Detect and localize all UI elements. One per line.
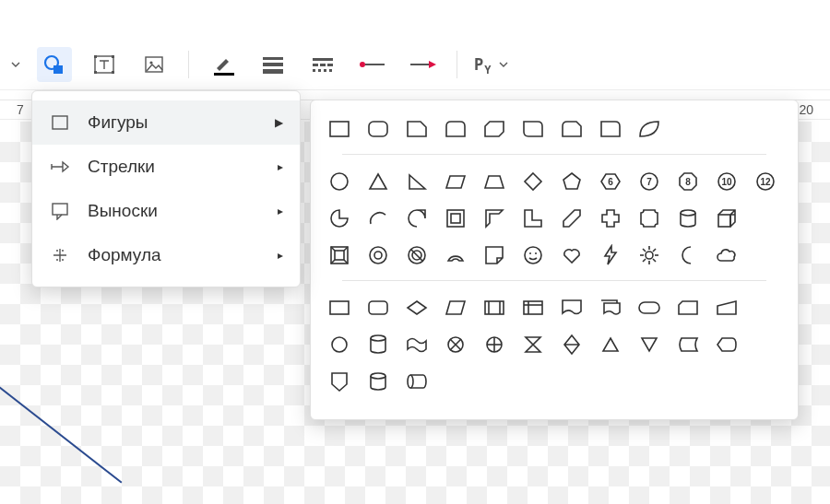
py-y: Y (484, 64, 492, 76)
shape-half-round-rect[interactable] (595, 113, 626, 145)
shape-flow-multidoc[interactable] (595, 292, 626, 323)
shape-flow-terminator[interactable] (634, 292, 665, 323)
svg-rect-10 (263, 57, 283, 60)
menu-item-shapes[interactable]: Фигуры ▶ (32, 100, 300, 145)
svg-point-70 (371, 335, 385, 341)
shape-right-triangle[interactable] (401, 166, 433, 197)
toolbar-more-left[interactable] (9, 47, 22, 82)
svg-point-49 (529, 252, 531, 254)
shape-donut[interactable] (362, 240, 394, 271)
shape-diag-stripe[interactable] (556, 203, 587, 234)
shape-parallelogram[interactable] (440, 166, 471, 197)
shape-decagon[interactable]: 10 (711, 166, 742, 197)
shape-tool-button[interactable] (37, 47, 72, 82)
shape-flow-offpage[interactable] (324, 366, 355, 397)
shape-flow-drum[interactable] (362, 366, 394, 397)
shape-flow-stored[interactable] (672, 329, 704, 360)
shape-cross[interactable] (595, 203, 626, 234)
shape-pie[interactable] (324, 203, 355, 234)
shape-flow-tape[interactable] (401, 329, 433, 360)
shape-sun[interactable] (634, 240, 665, 271)
shape-rounded-top-rect[interactable] (440, 113, 471, 145)
shape-flow-extract[interactable] (595, 329, 626, 360)
svg-point-78 (408, 375, 413, 388)
shape-flow-data[interactable] (440, 292, 471, 323)
shape-octagon[interactable]: 8 (672, 166, 704, 197)
shape-arc[interactable] (362, 203, 394, 234)
shape-rounded-rectangle[interactable] (362, 113, 394, 145)
line-start-button[interactable] (355, 47, 390, 82)
shape-flow-alt-process[interactable] (362, 292, 394, 323)
svg-rect-6 (112, 71, 114, 74)
svg-rect-18 (318, 69, 321, 72)
shape-lightning[interactable] (595, 240, 626, 271)
shape-flow-connector[interactable] (324, 329, 355, 360)
drawn-line[interactable] (0, 380, 122, 483)
shape-flow-database[interactable] (362, 329, 394, 360)
line-end-button[interactable] (405, 47, 440, 82)
shape-flow-process[interactable] (324, 292, 355, 323)
line-color-button[interactable] (206, 47, 241, 82)
shape-diamond[interactable] (517, 166, 549, 197)
shape-folded-corner[interactable] (479, 240, 510, 271)
shape-rounded-diag-rect[interactable] (517, 113, 549, 145)
line-dash-button[interactable] (305, 47, 340, 82)
shape-group-separator (342, 154, 766, 155)
shape-bevel[interactable] (324, 240, 355, 271)
shape-hexagon[interactable]: 6 (595, 166, 626, 197)
shape-dodecagon[interactable]: 12 (750, 166, 781, 197)
shape-heptagon[interactable]: 7 (634, 166, 665, 197)
chevron-right-icon: ▸ (278, 205, 283, 217)
shape-snip-corner-rect[interactable] (401, 113, 433, 145)
shape-moon[interactable] (672, 240, 704, 271)
shape-rectangle[interactable] (324, 113, 355, 145)
shape-half-frame[interactable] (479, 203, 510, 234)
line-weight-button[interactable] (255, 47, 290, 82)
shape-flow-sort[interactable] (556, 329, 587, 360)
shape-cloud[interactable] (711, 240, 742, 271)
shape-teardrop[interactable] (401, 203, 433, 234)
shape-flow-internal[interactable] (517, 292, 549, 323)
shape-circle[interactable] (324, 166, 355, 197)
menu-item-arrows[interactable]: Стрелки ▸ (32, 145, 300, 189)
shape-frame[interactable] (440, 203, 471, 234)
ruler-tick-left: 7 (17, 102, 24, 117)
shape-flow-merge[interactable] (634, 329, 665, 360)
svg-rect-9 (214, 73, 234, 76)
shape-trapezoid[interactable] (479, 166, 510, 197)
shape-flow-decision[interactable] (401, 292, 433, 323)
shape-l-shape[interactable] (517, 203, 549, 234)
shape-smiley[interactable] (517, 240, 549, 271)
shape-snip-diag-rect[interactable] (479, 113, 510, 145)
shape-leaf[interactable] (634, 113, 665, 145)
chevron-right-icon: ▸ (278, 160, 283, 173)
shape-no-symbol[interactable] (401, 240, 433, 271)
shape-flow-card[interactable] (672, 292, 704, 323)
shape-flow-or[interactable] (479, 329, 510, 360)
image-button[interactable] (136, 47, 172, 82)
shape-snip-round-rect[interactable] (556, 113, 587, 145)
svg-text:6: 6 (608, 177, 613, 187)
shape-flow-document[interactable] (556, 292, 587, 323)
text-box-button[interactable] (87, 47, 122, 82)
shape-flow-collate[interactable] (517, 329, 549, 360)
menu-item-equation[interactable]: Формула ▸ (32, 233, 300, 277)
shape-flow-summing[interactable] (440, 329, 471, 360)
menu-item-callouts[interactable]: Выноски ▸ (32, 189, 300, 233)
shape-flow-display[interactable] (711, 329, 742, 360)
shape-flow-manual-input[interactable] (711, 292, 742, 323)
shape-plaque[interactable] (634, 203, 665, 234)
svg-rect-15 (320, 64, 326, 66)
shape-heart[interactable] (556, 240, 587, 271)
py-dropdown[interactable]: PY (474, 55, 508, 74)
shape-cube[interactable] (711, 203, 742, 234)
shape-pentagon[interactable] (556, 166, 587, 197)
square-icon (49, 111, 71, 134)
shape-block-arc[interactable] (440, 240, 471, 271)
shape-row (324, 292, 785, 323)
shape-flow-direct-access[interactable] (401, 366, 433, 397)
shape-icon (42, 53, 66, 76)
shape-triangle[interactable] (362, 166, 394, 197)
shape-cylinder[interactable] (672, 203, 704, 234)
shape-flow-predef[interactable] (479, 292, 510, 323)
